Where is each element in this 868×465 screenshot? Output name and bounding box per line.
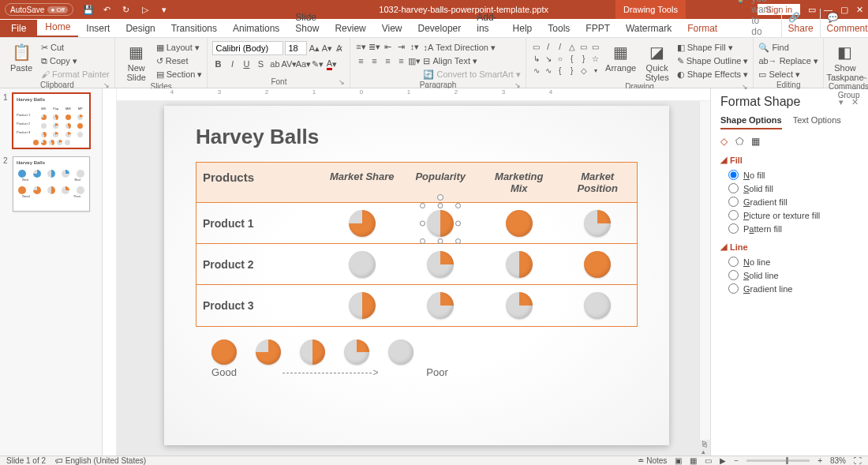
slide-editor[interactable]: 432101234 Harvey Balls Products Market S…	[117, 88, 710, 456]
collapse-ribbon-icon[interactable]: ⌃	[862, 76, 868, 84]
harvey-ball[interactable]	[584, 292, 611, 319]
quick-styles-button[interactable]: ◪Quick Styles	[641, 41, 674, 82]
show-taskpane-button[interactable]: ◧Show Taskpane	[829, 41, 862, 82]
solidfill-radio[interactable]: Solid fill	[728, 183, 859, 193]
share-button[interactable]: 🔗 Share	[781, 9, 820, 37]
arrange-button[interactable]: ▦Arrange	[604, 41, 638, 73]
tab-file[interactable]: File	[0, 20, 37, 37]
bullets-icon[interactable]: ≡▾	[355, 41, 366, 52]
slideshow-view-icon[interactable]: ▶	[720, 456, 726, 465]
autosave-toggle[interactable]: AutoSave ● Off	[5, 3, 73, 16]
reading-view-icon[interactable]: ▭	[705, 456, 712, 465]
highlight-icon[interactable]: ✎▾	[312, 58, 323, 69]
tab-addins[interactable]: Add-ins	[469, 9, 504, 37]
bold-icon[interactable]: B	[212, 58, 223, 69]
case-icon[interactable]: Aa▾	[297, 58, 309, 69]
harvey-ball[interactable]	[506, 210, 533, 237]
shape-options-tab[interactable]: Shape Options	[720, 115, 782, 129]
harvey-ball[interactable]	[349, 251, 376, 278]
tab-format[interactable]: Format	[679, 20, 725, 37]
nofill-radio[interactable]: No fill	[728, 170, 859, 180]
start-from-beginning-icon[interactable]: ▷	[140, 5, 151, 15]
harvey-ball[interactable]	[349, 210, 376, 237]
harvey-ball[interactable]	[584, 251, 611, 278]
underline-icon[interactable]: U	[241, 58, 252, 69]
strike-icon[interactable]: S	[255, 58, 266, 69]
shape-fill-button[interactable]: ◧ Shape Fill ▾	[677, 41, 749, 54]
tab-developer[interactable]: Developer	[410, 20, 470, 37]
cut-button[interactable]: ✂ Cut	[41, 41, 110, 54]
font-launcher-icon[interactable]: ↘	[339, 78, 345, 86]
thumbnail-2[interactable]: 2 Harvey Balls BestBad GoodPoor	[3, 156, 99, 212]
find-button[interactable]: 🔍 Find	[758, 41, 818, 54]
slide-nav-buttons[interactable]: ⧎▴▾	[699, 440, 710, 456]
columns-icon[interactable]: ▥▾	[409, 55, 420, 66]
reset-button[interactable]: ↺ Reset	[156, 54, 203, 67]
legend-ball-0[interactable]	[388, 339, 413, 365]
legend-ball-25[interactable]	[344, 339, 369, 365]
legend-ball-75[interactable]	[256, 339, 281, 365]
undo-icon[interactable]: ↶	[102, 5, 113, 15]
redo-icon[interactable]: ↻	[121, 5, 132, 15]
decrease-font-icon[interactable]: A▾	[321, 43, 332, 54]
font-name-combo[interactable]	[212, 41, 283, 55]
harvey-ball[interactable]	[427, 292, 454, 319]
tab-insert[interactable]: Insert	[78, 20, 118, 37]
normal-view-icon[interactable]: ▣	[675, 456, 682, 465]
tab-watermark[interactable]: Watermark	[618, 20, 679, 37]
harvey-ball[interactable]	[427, 251, 454, 278]
shape-effects-button[interactable]: ◐ Shape Effects ▾	[677, 68, 749, 81]
size-props-icon[interactable]: ▦	[751, 136, 760, 147]
line-section-toggle[interactable]: ◢ Line	[720, 242, 859, 252]
thumbnail-1[interactable]: 1 Harvey Balls MSPopMMMP Product 1 Produ…	[3, 93, 99, 148]
gradientfill-radio[interactable]: Gradient fill	[728, 197, 859, 207]
copy-button[interactable]: ⧉ Copy ▾	[41, 54, 110, 67]
slide-title[interactable]: Harvey Balls	[164, 106, 669, 149]
italic-icon[interactable]: I	[226, 58, 238, 69]
fill-line-icon[interactable]: ◇	[720, 136, 728, 147]
harvey-ball[interactable]	[584, 210, 611, 237]
tab-transitions[interactable]: Transitions	[163, 20, 225, 37]
noline-radio[interactable]: No line	[728, 257, 859, 267]
zoom-slider[interactable]	[746, 459, 810, 462]
language-status[interactable]: 🏷 English (United States)	[55, 456, 146, 465]
shadow-icon[interactable]: ab	[269, 58, 280, 69]
effects-icon[interactable]: ⬠	[735, 136, 743, 147]
harvey-ball[interactable]	[349, 292, 376, 319]
select-button[interactable]: ▭ Select ▾	[758, 68, 818, 81]
clear-format-icon[interactable]: A̷	[334, 43, 345, 54]
gradientline-radio[interactable]: Gradient line	[728, 283, 859, 294]
comments-button[interactable]: 💬 Comments	[820, 9, 868, 37]
spacing-icon[interactable]: AV▾	[283, 58, 294, 69]
harvey-ball[interactable]	[427, 210, 454, 237]
harvey-ball[interactable]	[506, 251, 533, 278]
tab-animations[interactable]: Animations	[225, 20, 287, 37]
paste-button[interactable]: 📋Paste	[5, 41, 38, 73]
align-left-icon[interactable]: ≡	[355, 55, 366, 66]
align-text-button[interactable]: ⊟ Align Text ▾	[423, 54, 520, 67]
solidline-radio[interactable]: Solid line	[728, 270, 859, 280]
shapes-gallery[interactable]: ▭//△▭▭ ↳↘○{}☆ ∿∿{}◇▾	[531, 41, 601, 76]
smartart-button[interactable]: 🔄 Convert to SmartArt ▾	[423, 68, 520, 81]
text-options-tab[interactable]: Text Options	[793, 115, 841, 129]
section-button[interactable]: ▤ Section ▾	[156, 68, 203, 81]
line-spacing-icon[interactable]: ↕▾	[409, 41, 420, 52]
qat-customize-icon[interactable]: ▾	[159, 5, 170, 15]
harvey-ball[interactable]	[506, 292, 533, 319]
fill-section-toggle[interactable]: ◢ Fill	[720, 155, 859, 165]
font-color-icon[interactable]: A▾	[326, 58, 337, 69]
tab-home[interactable]: Home	[37, 18, 78, 37]
font-size-combo[interactable]	[285, 41, 307, 55]
tab-help[interactable]: Help	[505, 20, 541, 37]
replace-button[interactable]: ab→ Replace ▾	[758, 54, 818, 67]
zoom-level[interactable]: 83%	[830, 456, 846, 465]
text-direction-button[interactable]: ↕A Text Direction ▾	[423, 41, 520, 54]
format-painter-button[interactable]: 🖌 Format Painter	[41, 68, 110, 81]
slide-canvas[interactable]: Harvey Balls Products Market Share Popul…	[164, 106, 669, 445]
numbering-icon[interactable]: ≣▾	[369, 41, 380, 52]
increase-font-icon[interactable]: A▴	[309, 43, 320, 54]
legend-ball-50[interactable]	[300, 339, 325, 365]
align-center-icon[interactable]: ≡	[369, 55, 380, 66]
shape-outline-button[interactable]: ✎ Shape Outline ▾	[677, 54, 749, 67]
legend-ball-100[interactable]	[211, 339, 237, 365]
